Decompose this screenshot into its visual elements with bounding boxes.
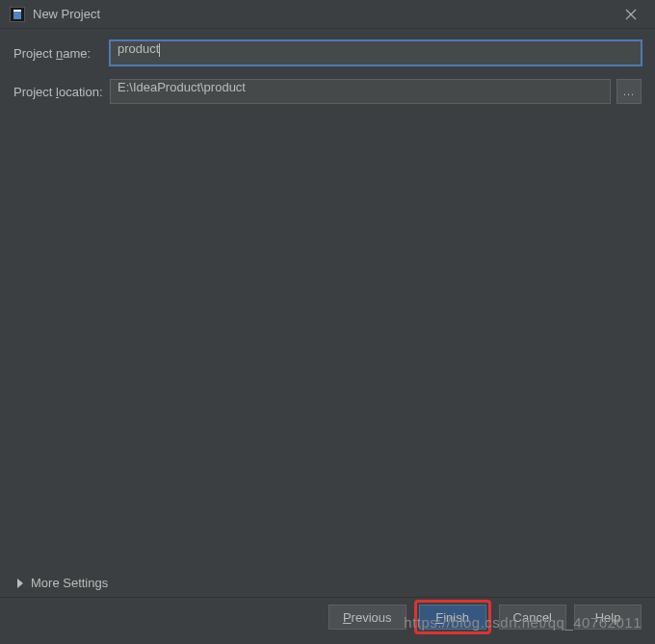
previous-button[interactable]: Previous	[328, 605, 406, 630]
project-name-row: Project name: product	[13, 40, 642, 65]
title-bar: New Project	[0, 0, 655, 29]
app-icon	[10, 7, 25, 22]
separator	[0, 597, 655, 598]
text-cursor	[159, 43, 160, 57]
browse-button[interactable]: ...	[616, 79, 642, 104]
finish-button[interactable]: Finish	[419, 605, 486, 630]
ellipsis-icon: ...	[623, 86, 635, 97]
more-settings-label: More Settings	[31, 576, 108, 590]
help-button[interactable]: Help	[574, 605, 642, 630]
button-bar: Previous Finish Cancel Help	[328, 600, 642, 634]
chevron-right-icon	[17, 579, 23, 588]
project-location-input[interactable]: E:\IdeaProduct\product	[110, 79, 611, 104]
project-name-input[interactable]: product	[110, 40, 642, 65]
cancel-button[interactable]: Cancel	[499, 605, 566, 630]
dialog-content: Project name: product Project location: …	[0, 29, 655, 129]
project-location-label: Project location:	[13, 85, 110, 99]
project-name-label: Project name:	[13, 46, 110, 61]
project-location-row: Project location: E:\IdeaProduct\product…	[13, 79, 642, 104]
window-title: New Project	[33, 7, 616, 21]
close-icon[interactable]	[616, 0, 645, 29]
more-settings-toggle[interactable]: More Settings	[17, 576, 108, 590]
finish-highlight: Finish	[414, 600, 491, 634]
